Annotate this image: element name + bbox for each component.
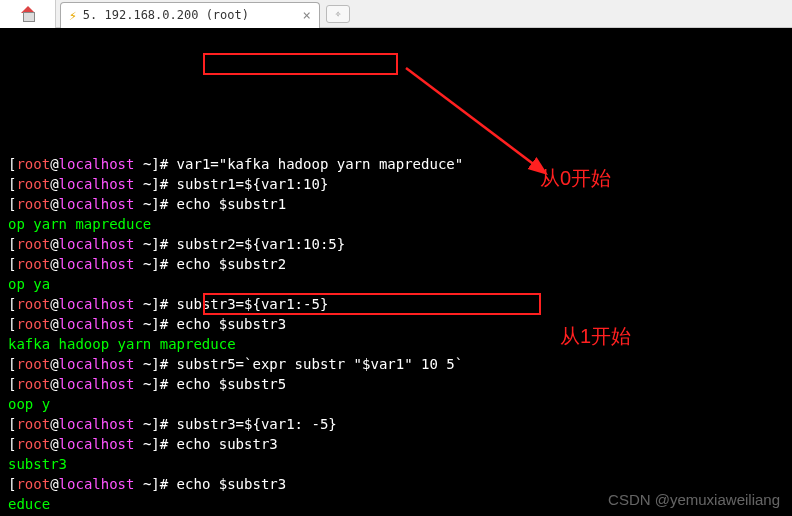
terminal-command-line: [root@localhost ~]# echo $substr3 — [8, 314, 784, 334]
terminal-command-line: [root@localhost ~]# substr3=${var1:-5} — [8, 294, 784, 314]
terminal-command-line: [root@localhost ~]# echo $substr5 — [8, 374, 784, 394]
terminal-output: op ya — [8, 274, 784, 294]
tab-title: 5. 192.168.0.200 (root) — [83, 8, 249, 22]
session-tab[interactable]: ⚡ 5. 192.168.0.200 (root) × — [60, 2, 320, 28]
terminal-output: kafka hadoop yarn mapreduce — [8, 334, 784, 354]
annotation-from-zero: 从0开始 — [540, 168, 611, 188]
svg-line-0 — [406, 68, 536, 166]
tab-bar: ⚡ 5. 192.168.0.200 (root) × ✧ — [0, 0, 792, 28]
annotation-from-one: 从1开始 — [560, 326, 631, 346]
terminal-command-line: [root@localhost ~]# echo $substr1 — [8, 194, 784, 214]
terminal-output: op yarn mapreduce — [8, 214, 784, 234]
terminal-command-line: [root@localhost ~]# echo $substr2 — [8, 254, 784, 274]
terminal-area[interactable]: 从0开始 从1开始 [root@localhost ~]# var1="kafk… — [0, 28, 792, 516]
terminal-command-line: [root@localhost ~]# substr2=${var1:10:5} — [8, 234, 784, 254]
watermark: CSDN @yemuxiaweiliang — [608, 491, 780, 508]
new-tab-button[interactable]: ✧ — [326, 5, 350, 23]
terminal-output: oop y — [8, 394, 784, 414]
close-icon[interactable]: × — [303, 7, 311, 23]
terminal-output: substr3 — [8, 454, 784, 474]
lightning-icon: ⚡ — [69, 8, 77, 23]
home-icon — [19, 6, 37, 22]
terminal-command-line: [root@localhost ~]# substr5=`expr substr… — [8, 354, 784, 374]
highlight-box-1 — [203, 53, 398, 75]
terminal-command-line: [root@localhost ~]# echo substr3 — [8, 434, 784, 454]
terminal-command-line: [root@localhost ~]# substr3=${var1: -5} — [8, 414, 784, 434]
home-tab[interactable] — [0, 0, 56, 28]
terminal-command-line: [root@localhost ~]# substr1=${var1:10} — [8, 174, 784, 194]
terminal-command-line: [root@localhost ~]# var1="kafka hadoop y… — [8, 154, 784, 174]
